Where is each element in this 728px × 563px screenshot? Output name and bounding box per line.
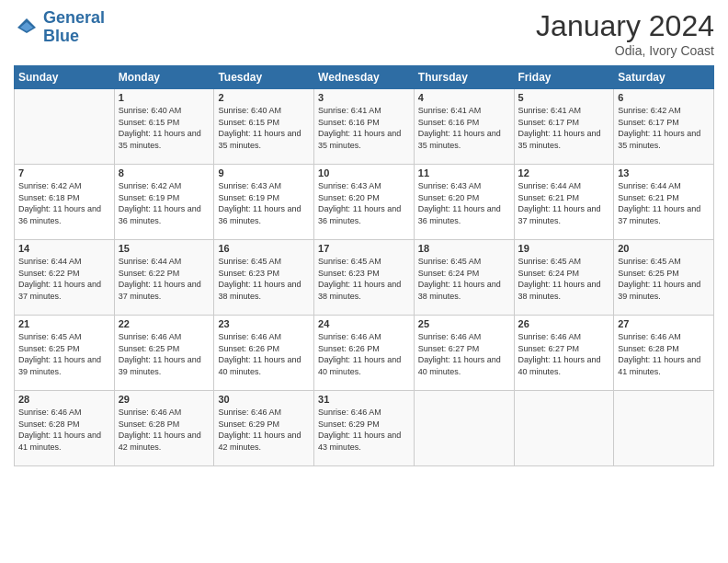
day-number: 28 [18, 394, 110, 405]
day-number: 26 [518, 318, 610, 329]
day-info: Sunrise: 6:45 AMSunset: 6:24 PMDaylight:… [418, 256, 510, 302]
day-number: 23 [218, 318, 310, 329]
table-row: 15Sunrise: 6:44 AMSunset: 6:22 PMDayligh… [114, 240, 214, 316]
month-title: January 2024 [536, 9, 714, 43]
table-row: 13Sunrise: 6:44 AMSunset: 6:21 PMDayligh… [614, 165, 714, 240]
table-row: 10Sunrise: 6:43 AMSunset: 6:20 PMDayligh… [314, 165, 415, 240]
day-info: Sunrise: 6:46 AMSunset: 6:27 PMDaylight:… [518, 331, 610, 377]
day-info: Sunrise: 6:42 AMSunset: 6:18 PMDaylight:… [18, 180, 110, 226]
day-info: Sunrise: 6:44 AMSunset: 6:22 PMDaylight:… [18, 256, 110, 302]
day-info: Sunrise: 6:43 AMSunset: 6:19 PMDaylight:… [218, 180, 310, 226]
day-info: Sunrise: 6:46 AMSunset: 6:28 PMDaylight:… [18, 407, 110, 453]
table-row: 2Sunrise: 6:40 AMSunset: 6:15 PMDaylight… [214, 89, 314, 165]
day-info: Sunrise: 6:43 AMSunset: 6:20 PMDaylight:… [418, 180, 510, 226]
day-number: 4 [418, 92, 510, 103]
table-row: 19Sunrise: 6:45 AMSunset: 6:24 PMDayligh… [514, 240, 614, 316]
col-sunday: Sunday [15, 66, 115, 89]
table-row: 25Sunrise: 6:46 AMSunset: 6:27 PMDayligh… [414, 316, 514, 391]
logo-general: General [43, 8, 105, 27]
logo: General Blue [14, 9, 105, 46]
day-info: Sunrise: 6:44 AMSunset: 6:21 PMDaylight:… [618, 180, 710, 226]
day-number: 11 [418, 167, 510, 178]
day-number: 10 [318, 167, 410, 178]
day-number: 30 [218, 394, 310, 405]
table-row: 14Sunrise: 6:44 AMSunset: 6:22 PMDayligh… [15, 240, 115, 316]
table-row: 11Sunrise: 6:43 AMSunset: 6:20 PMDayligh… [414, 165, 514, 240]
table-row: 9Sunrise: 6:43 AMSunset: 6:19 PMDaylight… [214, 165, 314, 240]
table-row: 4Sunrise: 6:41 AMSunset: 6:16 PMDaylight… [414, 89, 514, 165]
day-info: Sunrise: 6:46 AMSunset: 6:29 PMDaylight:… [318, 407, 410, 453]
day-number: 20 [618, 243, 710, 254]
day-number: 17 [318, 243, 410, 254]
subtitle: Odia, Ivory Coast [536, 43, 714, 58]
day-number: 18 [418, 243, 510, 254]
day-info: Sunrise: 6:46 AMSunset: 6:26 PMDaylight:… [318, 331, 410, 377]
day-info: Sunrise: 6:45 AMSunset: 6:23 PMDaylight:… [318, 256, 410, 302]
calendar-week-1: 7Sunrise: 6:42 AMSunset: 6:18 PMDaylight… [15, 165, 714, 240]
table-row: 5Sunrise: 6:41 AMSunset: 6:17 PMDaylight… [514, 89, 614, 165]
calendar-week-4: 28Sunrise: 6:46 AMSunset: 6:28 PMDayligh… [15, 391, 714, 466]
day-number: 25 [418, 318, 510, 329]
day-number: 21 [18, 318, 110, 329]
calendar-week-3: 21Sunrise: 6:45 AMSunset: 6:25 PMDayligh… [15, 316, 714, 391]
day-info: Sunrise: 6:45 AMSunset: 6:23 PMDaylight:… [218, 256, 310, 302]
day-info: Sunrise: 6:42 AMSunset: 6:17 PMDaylight:… [618, 105, 710, 151]
day-info: Sunrise: 6:45 AMSunset: 6:25 PMDaylight:… [18, 331, 110, 377]
table-row [414, 391, 514, 466]
day-info: Sunrise: 6:44 AMSunset: 6:22 PMDaylight:… [119, 256, 210, 302]
table-row: 3Sunrise: 6:41 AMSunset: 6:16 PMDaylight… [314, 89, 415, 165]
table-row: 6Sunrise: 6:42 AMSunset: 6:17 PMDaylight… [614, 89, 714, 165]
day-number: 6 [618, 92, 710, 103]
table-row: 26Sunrise: 6:46 AMSunset: 6:27 PMDayligh… [514, 316, 614, 391]
col-monday: Monday [114, 66, 214, 89]
day-info: Sunrise: 6:46 AMSunset: 6:27 PMDaylight:… [418, 331, 510, 377]
table-row: 28Sunrise: 6:46 AMSunset: 6:28 PMDayligh… [15, 391, 115, 466]
table-row: 27Sunrise: 6:46 AMSunset: 6:28 PMDayligh… [614, 316, 714, 391]
day-info: Sunrise: 6:46 AMSunset: 6:26 PMDaylight:… [218, 331, 310, 377]
day-number: 29 [119, 394, 210, 405]
day-info: Sunrise: 6:44 AMSunset: 6:21 PMDaylight:… [518, 180, 610, 226]
day-info: Sunrise: 6:45 AMSunset: 6:25 PMDaylight:… [618, 256, 710, 302]
day-info: Sunrise: 6:41 AMSunset: 6:17 PMDaylight:… [518, 105, 610, 151]
table-row: 30Sunrise: 6:46 AMSunset: 6:29 PMDayligh… [214, 391, 314, 466]
day-info: Sunrise: 6:41 AMSunset: 6:16 PMDaylight:… [318, 105, 410, 151]
col-friday: Friday [514, 66, 614, 89]
col-tuesday: Tuesday [214, 66, 314, 89]
day-info: Sunrise: 6:40 AMSunset: 6:15 PMDaylight:… [119, 105, 210, 151]
table-row [514, 391, 614, 466]
table-row: 23Sunrise: 6:46 AMSunset: 6:26 PMDayligh… [214, 316, 314, 391]
day-number: 22 [119, 318, 210, 329]
calendar-week-2: 14Sunrise: 6:44 AMSunset: 6:22 PMDayligh… [15, 240, 714, 316]
table-row: 21Sunrise: 6:45 AMSunset: 6:25 PMDayligh… [15, 316, 115, 391]
table-row: 8Sunrise: 6:42 AMSunset: 6:19 PMDaylight… [114, 165, 214, 240]
table-row [15, 89, 115, 165]
logo-icon [14, 15, 40, 40]
header-row: Sunday Monday Tuesday Wednesday Thursday… [15, 66, 714, 89]
day-number: 13 [618, 167, 710, 178]
day-info: Sunrise: 6:42 AMSunset: 6:19 PMDaylight:… [119, 180, 210, 226]
day-number: 31 [318, 394, 410, 405]
day-number: 1 [119, 92, 210, 103]
day-number: 9 [218, 167, 310, 178]
table-row [614, 391, 714, 466]
calendar-table: Sunday Monday Tuesday Wednesday Thursday… [14, 65, 714, 466]
day-number: 24 [318, 318, 410, 329]
table-row: 18Sunrise: 6:45 AMSunset: 6:24 PMDayligh… [414, 240, 514, 316]
title-area: January 2024 Odia, Ivory Coast [536, 9, 714, 58]
day-number: 12 [518, 167, 610, 178]
day-info: Sunrise: 6:41 AMSunset: 6:16 PMDaylight:… [418, 105, 510, 151]
calendar-week-0: 1Sunrise: 6:40 AMSunset: 6:15 PMDaylight… [15, 89, 714, 165]
col-thursday: Thursday [414, 66, 514, 89]
day-info: Sunrise: 6:46 AMSunset: 6:29 PMDaylight:… [218, 407, 310, 453]
logo-blue: Blue [43, 27, 79, 45]
day-number: 27 [618, 318, 710, 329]
day-info: Sunrise: 6:46 AMSunset: 6:25 PMDaylight:… [119, 331, 210, 377]
table-row: 17Sunrise: 6:45 AMSunset: 6:23 PMDayligh… [314, 240, 415, 316]
table-row: 16Sunrise: 6:45 AMSunset: 6:23 PMDayligh… [214, 240, 314, 316]
header: General Blue January 2024 Odia, Ivory Co… [14, 9, 714, 58]
day-number: 7 [18, 167, 110, 178]
table-row: 31Sunrise: 6:46 AMSunset: 6:29 PMDayligh… [314, 391, 415, 466]
day-number: 2 [218, 92, 310, 103]
col-wednesday: Wednesday [314, 66, 415, 89]
table-row: 7Sunrise: 6:42 AMSunset: 6:18 PMDaylight… [15, 165, 115, 240]
